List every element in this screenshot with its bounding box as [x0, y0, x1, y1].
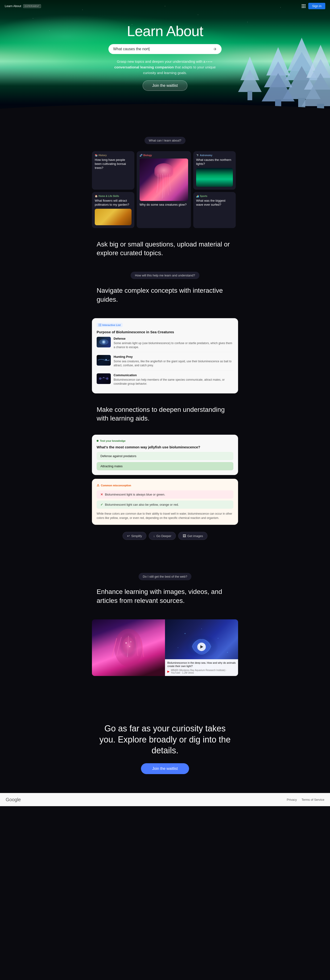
svg-point-37: [218, 638, 219, 638]
join-waitlist-button[interactable]: Join the waitlist: [143, 80, 188, 91]
check-icon: ✓: [100, 503, 103, 506]
svg-point-35: [129, 646, 130, 647]
svg-rect-18: [98, 325, 100, 325]
footer-links: Privacy Terms of Service: [287, 798, 324, 802]
svg-point-39: [178, 647, 178, 648]
apps-icon[interactable]: [302, 4, 306, 8]
card-tag-astronomy: 🔭 Astronomy: [196, 154, 233, 157]
grid-dot: [303, 7, 304, 8]
astronomy-icon: 🔭: [196, 154, 199, 157]
svg-point-40: [227, 652, 228, 653]
hero-content: Learn About Grasp new topics and deepen …: [108, 23, 222, 91]
footer-link-terms[interactable]: Terms of Service: [301, 798, 324, 802]
misconception-explanation: While these colors are common due to the…: [97, 512, 233, 520]
search-input[interactable]: [113, 47, 210, 51]
section-explore: What can I learn about? 📚 History How lo…: [0, 123, 330, 573]
card-title-aurora: What causes the northern lights?: [196, 158, 233, 166]
section3-title: Make connections to deepen understanding…: [92, 405, 238, 423]
grid-dot: [302, 4, 303, 5]
card-title-bonsai: How long have people been cultivating bo…: [95, 158, 132, 170]
topic-cards-grid: 📚 History How long have people been cult…: [92, 151, 238, 231]
guide-thumb-communication: [97, 373, 111, 384]
svg-rect-21: [100, 325, 102, 325]
guide-item-text-communication: Communication Bioluminescence can help m…: [114, 373, 233, 386]
card-bonsai[interactable]: 📚 History How long have people been cult…: [92, 151, 134, 189]
search-submit-button[interactable]: [213, 47, 217, 51]
card-tag-biology: 🧬 Biology: [140, 154, 188, 157]
hero-title: Learn About: [127, 23, 203, 40]
section2-pill: How will this help me learn and understa…: [130, 272, 199, 279]
join-waitlist-final-button[interactable]: Join the waitlist: [141, 763, 189, 774]
guide-item-text-hunting: Hunting Prey Some sea creatures, like th…: [114, 355, 233, 368]
quiz-option-2[interactable]: Attracting mates: [97, 462, 233, 470]
svg-point-29: [103, 377, 104, 378]
section2-title: Navigate complex concepts with interacti…: [92, 286, 238, 304]
video-title: Bioluminescence in the deep sea. How and…: [167, 661, 236, 668]
guide-item-text-defense: Defense Some animals light up (use biolu…: [114, 337, 233, 349]
section1-pill: What can I learn about?: [144, 137, 186, 144]
final-cta-section: Go as far as your curiosity takes you. E…: [0, 709, 330, 793]
grid-dot: [305, 4, 306, 5]
video-source: ▶ MBARI (Monterey Bay Aquarium Research …: [167, 669, 236, 674]
svg-point-38: [201, 628, 202, 629]
grid-dot: [302, 6, 303, 6]
video-info-overlay: Bioluminescence in the deep sea. How and…: [165, 659, 238, 676]
flower-image: [95, 209, 132, 225]
grid-dot: [305, 7, 306, 8]
section4-pill: Do I still get the best of the web?: [139, 573, 192, 580]
guide-thumb-defense: [97, 337, 111, 347]
play-button[interactable]: [197, 643, 206, 651]
card-title-jellyfish: Why do some sea creatures glow?: [140, 203, 188, 207]
guide-title: Purpose of Bioluminescence in Sea Creatu…: [97, 330, 233, 334]
card-flowers[interactable]: 🏠 Home & Life Skills What flowers will a…: [92, 192, 134, 228]
history-icon: 📚: [95, 154, 98, 157]
get-images-pill[interactable]: 🖼 Get images: [178, 532, 208, 540]
quiz-option-1[interactable]: Defense against predators: [97, 452, 233, 460]
quiz-options: Defense against predators Attracting mat…: [97, 452, 233, 470]
card-tag-history: 📚 History: [95, 154, 132, 157]
header: Learn About EXPERIMENT Sign in: [0, 0, 330, 12]
misconception-wrong: ✕ Bioluminescent light is always blue or…: [97, 490, 233, 499]
interactive-guide-card: Interactive List Purpose of Bioluminesce…: [92, 318, 238, 393]
svg-rect-22: [100, 326, 102, 326]
sports-icon: 🏄: [196, 195, 199, 197]
section-sources: Do I still get the best of the web? Enha…: [0, 573, 330, 709]
header-logo: Learn About: [5, 4, 21, 8]
wave-divider: [0, 104, 330, 123]
svg-point-28: [106, 377, 108, 380]
source-image-right: Bioluminescence in the deep sea. How and…: [165, 619, 238, 676]
grid-dot: [305, 6, 306, 6]
guide-item-hunting: Hunting Prey Some sea creatures, like th…: [97, 352, 233, 371]
grid-dot: [303, 4, 304, 5]
guide-thumb-hunting: [97, 355, 111, 366]
quiz-dot: [97, 440, 98, 442]
card-jellyfish[interactable]: 🧬 Biology Why do some sea creatures glow…: [137, 151, 191, 228]
action-pills: ↩ Simplify ↓ Go Deeper 🖼 Get images: [122, 532, 208, 540]
svg-rect-20: [100, 324, 102, 324]
video-source-name: MBARI (Monterey Bay Aquarium Research In…: [171, 669, 236, 674]
card-wave[interactable]: 🏄 Sports What was the biggest wave ever …: [193, 192, 236, 228]
header-left: Learn About EXPERIMENT: [5, 4, 41, 8]
hero-description: Grasp new topics and deepen your underst…: [108, 59, 222, 76]
misconception-card: ⚠ Common misconception ✕ Bioluminescent …: [92, 479, 238, 525]
home-icon: 🏠: [95, 195, 98, 197]
svg-point-25: [103, 341, 105, 343]
list-icon: [98, 324, 102, 326]
grid-dot: [302, 7, 303, 8]
misconception-right: ✓ Bioluminescent light can also be yello…: [97, 501, 233, 509]
footer: Google Privacy Terms of Service: [0, 793, 330, 806]
source-image-left: [92, 619, 165, 676]
header-right: Sign in: [302, 3, 325, 9]
quiz-card: Test your knowledge What's the most comm…: [92, 435, 238, 475]
card-aurora[interactable]: 🔭 Astronomy What causes the northern lig…: [193, 151, 236, 189]
quiz-question: What's the most common way jellyfish use…: [97, 445, 233, 449]
svg-point-36: [184, 633, 186, 634]
footer-link-privacy[interactable]: Privacy: [287, 798, 297, 802]
svg-point-34: [130, 641, 131, 642]
simplify-pill[interactable]: ↩ Simplify: [122, 532, 147, 540]
biology-icon: 🧬: [140, 154, 142, 157]
simplify-icon: ↩: [127, 534, 130, 538]
hero-section: Learn About Grasp new topics and deepen …: [0, 0, 330, 123]
go-deeper-pill[interactable]: ↓ Go Deeper: [149, 532, 176, 540]
sign-in-button[interactable]: Sign in: [308, 3, 325, 9]
